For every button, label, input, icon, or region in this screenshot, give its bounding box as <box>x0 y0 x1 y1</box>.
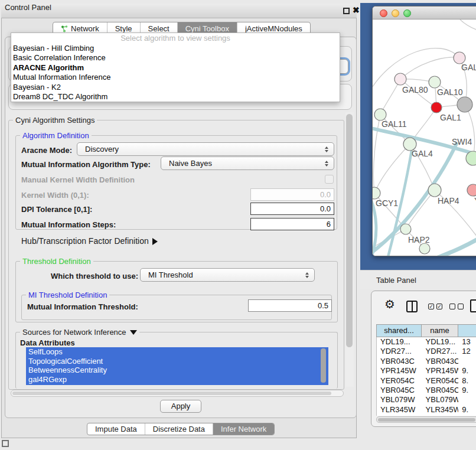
table-cell: 8. <box>458 376 476 386</box>
dropdown-option[interactable]: Basic Correlation Inference <box>11 53 340 63</box>
mi-type-label: Mutual Information Algorithm Type: <box>21 160 151 169</box>
table-cell: YDL19... <box>377 337 422 347</box>
horizontal-scrollbar-thumb[interactable] <box>12 392 331 395</box>
table-row[interactable]: YDR27...YDR27...12 <box>377 347 476 356</box>
data-attributes-list[interactable]: SelfLoopsTopologicalCoefficientBetweenne… <box>26 347 328 385</box>
network-node-gal11[interactable] <box>374 109 386 120</box>
network-node[interactable] <box>457 97 472 112</box>
split-view-icon[interactable] <box>406 301 418 312</box>
hub-definition-expander[interactable]: Hub/Transcription Factor Definition <box>21 236 158 246</box>
kernel-width-field[interactable]: 0.0 <box>250 188 334 201</box>
table-cell: YBR043C <box>422 357 459 366</box>
network-edge <box>406 190 435 229</box>
table-row[interactable]: YIL052CYIL052C9. <box>377 415 476 416</box>
kernel-width-label: Kernel Width (0,1): <box>21 191 89 200</box>
table-row[interactable]: YPR145WYPR145W9. <box>377 366 476 376</box>
dropdown-option[interactable]: Dream8 DC_TDC Algorithm <box>11 92 340 102</box>
manual-kernel-checkbox[interactable] <box>325 175 334 184</box>
network-node-hap4[interactable] <box>428 184 441 197</box>
network-node-gal10[interactable] <box>429 76 441 88</box>
collapse-down-arrow-icon[interactable] <box>130 330 137 335</box>
algorithm-dropdown-popup: Select algorithm to view settings Bayesi… <box>11 32 340 102</box>
attribute-list-item[interactable]: TopologicalCoefficient <box>26 357 328 366</box>
gear-icon[interactable]: ⚙ <box>384 298 395 310</box>
table-row[interactable]: YER054CYER054C8. <box>377 376 476 386</box>
network-node-gal80[interactable] <box>395 73 406 85</box>
document-icon[interactable] <box>470 299 476 312</box>
table-row[interactable]: YBL079WYBL079W <box>377 395 476 405</box>
table-panel-header: Table Panel <box>360 270 476 289</box>
panel-horizontal-scrollbar[interactable] <box>11 390 344 397</box>
bottom-tab-impute-data[interactable]: Impute Data <box>87 423 145 435</box>
dropdown-option[interactable]: ARACNE Algorithm <box>11 63 340 73</box>
dropdown-option[interactable]: Bayesian - K2 <box>11 83 340 92</box>
close-traffic-light-icon[interactable] <box>380 9 387 17</box>
control-panel-title: Control Panel <box>5 3 51 12</box>
network-node-y[interactable] <box>467 184 476 196</box>
network-window-titlebar[interactable] <box>373 6 476 19</box>
float-panel-icon[interactable] <box>343 8 350 14</box>
table-row[interactable]: YDL19...YDL19...13 <box>377 337 476 347</box>
data-attributes-label: Data Attributes <box>20 338 75 347</box>
panel-vertical-scrollbar[interactable] <box>345 112 354 387</box>
dpi-tolerance-field[interactable]: 0.0 <box>250 203 334 215</box>
table-cell: 9. <box>458 415 476 416</box>
bottom-tab-discretize-data[interactable]: Discretize Data <box>145 423 213 435</box>
dropdown-option[interactable]: Bayesian - Hill Climbing <box>11 44 340 53</box>
table-cell: 13 <box>458 337 476 347</box>
tab-label: Cyni Toolbox <box>185 24 229 33</box>
network-edge <box>400 57 459 79</box>
threshold-definition-legend: Threshold Definition <box>20 257 93 266</box>
network-node[interactable] <box>419 243 430 254</box>
table-horizontal-scrollbar[interactable] <box>376 416 476 423</box>
select-all-icon[interactable]: ✓✓ <box>428 304 442 309</box>
mi-type-combo[interactable]: Naive Bayes <box>161 156 334 170</box>
node-table: shared...name YDL19...YDL19...13YDR27...… <box>376 324 476 416</box>
tab-label: Style <box>115 24 132 33</box>
expander-right-arrow-icon[interactable] <box>152 238 158 245</box>
table-row[interactable]: YLR345WYLR345W9. <box>377 405 476 415</box>
panel-scrollbar-thumb[interactable] <box>346 114 353 347</box>
aracne-mode-label: Aracne Mode: <box>21 146 72 155</box>
attribute-list-item[interactable]: BetweennessCentrality <box>26 366 328 375</box>
zoom-traffic-light-icon[interactable] <box>403 9 411 17</box>
table-scrollbar-thumb[interactable] <box>378 418 475 422</box>
table-cell <box>458 395 476 405</box>
network-node-hap2[interactable] <box>400 224 411 234</box>
table-cell: YLR345W <box>377 405 422 415</box>
cyni-settings-legend: Cyni Algorithm Settings <box>13 116 97 125</box>
which-threshold-combo[interactable]: MI Threshold <box>140 268 315 282</box>
network-node-gcy1[interactable] <box>373 187 380 199</box>
table-cell: YBR043C <box>377 357 422 366</box>
table-header-row: shared...name <box>376 324 476 337</box>
dropdown-option[interactable]: Mutual Information Inference <box>11 73 340 82</box>
table-cell: YBL079W <box>377 395 422 405</box>
sources-legend[interactable]: Sources for Network Inference <box>20 328 139 337</box>
minimize-traffic-light-icon[interactable] <box>392 9 399 17</box>
network-view-window[interactable]: GALGAL80GAL10GAL1GAL11GAL4SWI4GCY1HAP4YH… <box>372 6 476 256</box>
spinner-arrows-icon <box>325 161 328 167</box>
attribute-list-scrollbar[interactable] <box>321 348 326 383</box>
bottom-tab-infer-network[interactable]: Infer Network <box>213 423 274 435</box>
table-column-header[interactable]: shared... <box>376 324 422 337</box>
network-node-gal1[interactable] <box>431 102 442 113</box>
table-cell: YIL052C <box>422 415 459 416</box>
table-row[interactable]: YBR045CYBR045C9. <box>377 386 476 395</box>
aracne-mode-combo[interactable]: Discovery <box>77 142 334 156</box>
mi-steps-field[interactable]: 6 <box>250 218 334 230</box>
network-node-gal[interactable] <box>454 52 465 64</box>
table-cell: YDR27... <box>422 347 459 356</box>
table-column-header[interactable] <box>458 324 476 337</box>
apply-button[interactable]: Apply <box>160 400 201 413</box>
panel-corner-icon[interactable] <box>2 440 9 447</box>
table-row[interactable]: YBR043CYBR043C <box>377 357 476 366</box>
attribute-list-item[interactable]: SelfLoops <box>26 347 328 357</box>
network-node-label: GAL4 <box>412 149 433 158</box>
network-node-label: GAL80 <box>402 85 428 94</box>
deselect-all-icon[interactable] <box>449 304 464 309</box>
close-panel-icon[interactable]: ✖ <box>353 5 360 15</box>
network-canvas[interactable]: GALGAL80GAL10GAL1GAL11GAL4SWI4GCY1HAP4YH… <box>373 19 476 256</box>
attribute-list-item[interactable]: gal4RGexp <box>26 375 328 384</box>
table-column-header[interactable]: name <box>422 324 458 337</box>
mi-threshold-field[interactable]: 0.5 <box>248 299 332 312</box>
